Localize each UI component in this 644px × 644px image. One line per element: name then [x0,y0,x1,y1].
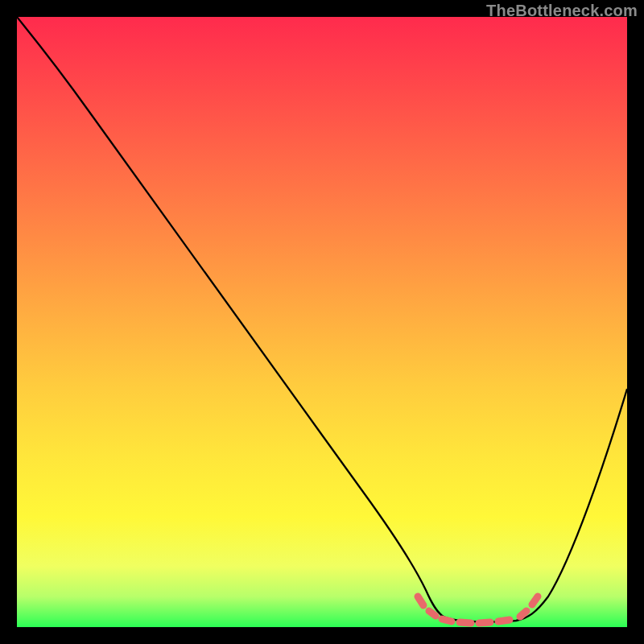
chart-frame [17,17,627,627]
bottleneck-curve [17,17,627,622]
curve-layer [17,17,627,627]
watermark-text: TheBottleneck.com [486,2,638,20]
